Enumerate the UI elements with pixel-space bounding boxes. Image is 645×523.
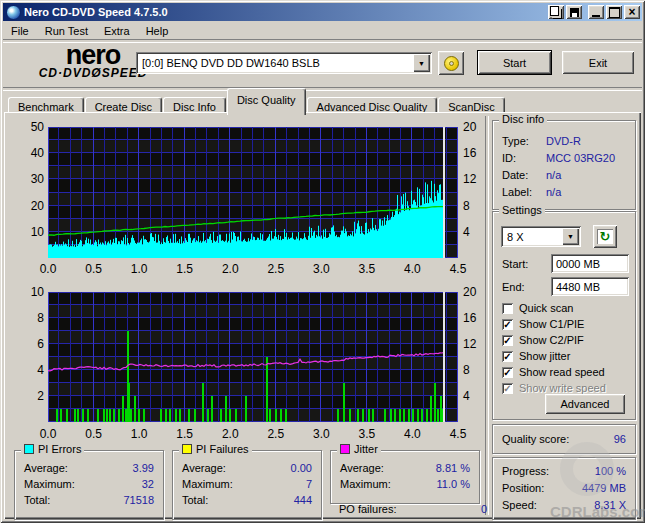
- stats-row: Average:0.00: [173, 460, 321, 476]
- start-button[interactable]: Start: [478, 51, 551, 74]
- end-field[interactable]: 4480 MB: [551, 277, 629, 296]
- stats-label: Maximum:: [182, 478, 233, 490]
- close-button[interactable]: ×: [624, 5, 640, 19]
- y-axis-tick-label: 4: [16, 363, 44, 377]
- y-axis-tick-label: 20: [16, 199, 44, 213]
- disc-info-label: Date:: [502, 169, 546, 181]
- y2-axis-tick-label: 4: [463, 389, 489, 403]
- eject-button[interactable]: [438, 51, 464, 75]
- checkbox-show-c2-pif[interactable]: ✓Show C2/PIF: [493, 332, 635, 348]
- stats-row: Average:8.81 %: [331, 460, 479, 476]
- drive-select[interactable]: [0:0] BENQ DVD DD DW1640 BSLB ▼: [136, 52, 432, 74]
- disc-info-label: ID:: [502, 152, 546, 164]
- checkbox-box[interactable]: [502, 303, 513, 314]
- po-failures-value: 0: [481, 503, 487, 515]
- refresh-icon: ↻: [600, 229, 611, 244]
- disc-info-value: n/a: [546, 169, 561, 181]
- progress-label: Position:: [502, 482, 544, 494]
- exit-button-label: Exit: [589, 57, 607, 69]
- y2-axis-tick-label: 16: [463, 311, 489, 325]
- advanced-button[interactable]: Advanced: [545, 394, 625, 414]
- stats-value: 0.00: [291, 462, 312, 474]
- checkbox-show-read-speed[interactable]: ✓Show read speed: [493, 364, 635, 380]
- checkbox-box: ✓: [502, 383, 513, 394]
- stats-title-text: Jitter: [354, 443, 378, 455]
- maximize-button[interactable]: [606, 5, 622, 19]
- menu-item-file[interactable]: File: [3, 24, 37, 38]
- x-axis-tick-label: 3.0: [310, 427, 332, 441]
- x-axis-tick-label: 4.5: [447, 427, 469, 441]
- disc-info-value: DVD-R: [546, 135, 581, 147]
- stats-label: Total:: [24, 494, 50, 506]
- y-axis-tick-label: 10: [16, 225, 44, 239]
- disc-info-value: n/a: [546, 186, 561, 198]
- disc-info-row: Label:n/a: [493, 183, 635, 200]
- legend-swatch-icon: [182, 444, 192, 454]
- menu-item-extra[interactable]: Extra: [96, 24, 138, 38]
- checkbox-label: Show C2/PIF: [519, 334, 584, 346]
- checkbox-box[interactable]: ✓: [502, 367, 513, 378]
- window-title: Nero CD-DVD Speed 4.7.5.0: [24, 6, 546, 18]
- save-button[interactable]: [566, 5, 582, 19]
- y2-axis-tick-label: 20: [463, 285, 489, 299]
- x-axis-tick-label: 3.5: [356, 262, 378, 276]
- menu-item-help[interactable]: Help: [138, 24, 177, 38]
- start-field[interactable]: 0000 MB: [551, 254, 629, 273]
- checkbox-show-jitter[interactable]: ✓Show jitter: [493, 348, 635, 364]
- stats-group-jitter: JitterAverage:8.81 %Maximum:11.0 %: [330, 450, 480, 504]
- stats-label: Total:: [182, 494, 208, 506]
- y2-axis-tick-label: 8: [463, 199, 489, 213]
- copy-screenshot-button[interactable]: [548, 5, 564, 19]
- stats-row: Total:444: [173, 492, 321, 508]
- stats-row: Maximum:32: [15, 476, 163, 492]
- minimize-button[interactable]: [588, 5, 604, 19]
- disc-info-row: ID:MCC 03RG20: [493, 149, 635, 166]
- tab-bar: BenchmarkCreate DiscDisc InfoDisc Qualit…: [8, 88, 642, 115]
- y-axis-tick-label: 2: [16, 389, 44, 403]
- y2-axis-tick-label: 12: [463, 337, 489, 351]
- y-axis-tick-label: 10: [16, 285, 44, 299]
- menu-item-run-test[interactable]: Run Test: [37, 24, 96, 38]
- x-axis-tick-label: 2.5: [265, 262, 287, 276]
- stats-value: 8.81 %: [436, 462, 470, 474]
- stats-row: Total:71518: [15, 492, 163, 508]
- stats-title-text: PI Errors: [38, 443, 81, 455]
- chevron-down-icon[interactable]: ▼: [562, 228, 579, 245]
- checkbox-label: Show write speed: [519, 382, 606, 394]
- x-axis-tick-label: 1.0: [128, 262, 150, 276]
- copy-icon: [550, 6, 559, 16]
- checkbox-box[interactable]: ✓: [502, 335, 513, 346]
- refresh-button[interactable]: ↻: [593, 225, 617, 248]
- progress-row: Speed:8.31 X: [493, 496, 635, 513]
- chevron-down-icon[interactable]: ▼: [413, 54, 430, 72]
- tab-disc-quality[interactable]: Disc Quality: [227, 88, 306, 115]
- start-field-label: Start:: [502, 258, 528, 270]
- minimize-icon: [592, 15, 600, 17]
- checkbox-quick-scan[interactable]: Quick scan: [493, 300, 635, 316]
- checkbox-box[interactable]: ✓: [502, 351, 513, 362]
- exit-button[interactable]: Exit: [562, 51, 634, 74]
- menu-bar: FileRun TestExtraHelp: [3, 22, 642, 39]
- stats-label: Average:: [182, 462, 226, 474]
- stats-group-pi-errors: PI ErrorsAverage:3.99Maximum:32Total:715…: [14, 450, 164, 520]
- x-axis-tick-label: 3.0: [310, 262, 332, 276]
- progress-label: Speed:: [502, 499, 537, 511]
- disc-info-label: Type:: [502, 135, 546, 147]
- quality-score-group: Quality score: 96: [492, 424, 636, 454]
- po-failures-label: PO failures:: [339, 503, 396, 515]
- checkbox-box[interactable]: ✓: [502, 319, 513, 330]
- progress-row: Position:4479 MB: [493, 479, 635, 496]
- disc-info-title: Disc info: [499, 113, 547, 125]
- checkbox-label: Show jitter: [519, 350, 570, 362]
- stats-row: Maximum:11.0 %: [331, 476, 479, 492]
- stats-rows: Average:3.99Maximum:32Total:71518: [15, 451, 163, 508]
- speed-select[interactable]: 8 X ▼: [501, 226, 581, 247]
- save-icon: [570, 8, 579, 17]
- close-icon: ×: [628, 7, 635, 17]
- legend-swatch-icon: [340, 444, 350, 454]
- y2-axis-tick-label: 20: [463, 120, 489, 134]
- pi-failures-chart: [48, 292, 458, 422]
- start-button-label: Start: [503, 57, 526, 69]
- quality-score-value: 96: [614, 433, 626, 445]
- checkbox-show-c1-pie[interactable]: ✓Show C1/PIE: [493, 316, 635, 332]
